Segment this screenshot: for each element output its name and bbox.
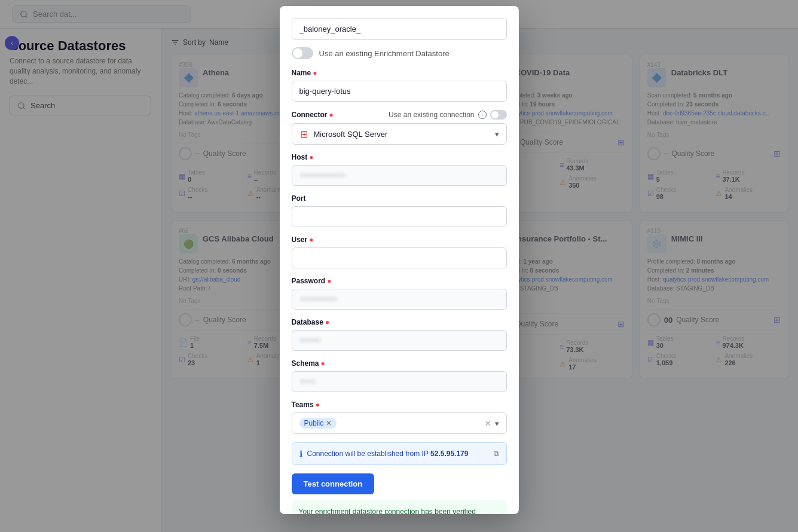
success-banner: Your enrichment datastore connection has… [292,500,507,514]
test-connection-button[interactable]: Test connection [292,473,375,494]
host-field-group: Host ● [292,153,507,186]
use-existing-connection: Use an existing connection i [389,110,506,120]
port-label: Port [292,194,507,203]
connector-select[interactable]: ⊞ Microsoft SQL Server ▾ [292,123,507,145]
teams-label: Teams ● [292,400,507,409]
user-label: User ● [292,236,507,244]
clear-teams-button[interactable]: ✕ [485,419,491,428]
user-input[interactable] [292,247,507,268]
required-indicator: ● [329,111,334,119]
database-field-group: Database ● [292,318,507,351]
required-indicator: ● [313,69,317,77]
password-field-group: Password ● [292,277,507,310]
database-input[interactable] [292,330,507,351]
name-field-group: Name ● [292,69,507,102]
ip-notice-text: Connection will be established from IP 5… [307,450,469,458]
main-page: Search dat... ‹ Source Datastores Connec… [0,0,798,532]
name-label: Name ● [292,69,507,77]
port-input[interactable] [292,206,507,227]
teams-field-group: Teams ● Public ✕ ✕ ▾ [292,400,507,434]
connector-label: Connector ● [292,111,334,119]
ip-notice: ℹ Connection will be established from IP… [292,442,507,465]
required-indicator: ● [321,359,325,368]
info-circle-icon: ℹ [299,449,302,458]
use-existing-toggle[interactable] [490,110,507,120]
toggle-knob [293,48,302,58]
schema-input[interactable] [292,371,507,392]
teams-arrow-icon: ▾ [495,419,499,428]
modal-dialog: Use an existing Enrichment Datastore Nam… [280,6,519,514]
required-indicator: ● [309,236,313,244]
password-label: Password ● [292,277,507,285]
host-input[interactable] [292,165,507,186]
schema-label: Schema ● [292,359,507,368]
schema-field-group: Schema ● [292,359,507,392]
database-label: Database ● [292,318,507,326]
name-input[interactable] [292,81,507,102]
port-field-group: Port [292,194,507,227]
datastore-name-top-input[interactable] [292,18,507,40]
host-label: Host ● [292,153,507,161]
required-indicator: ● [316,400,320,409]
public-team-badge: Public ✕ [299,418,337,429]
remove-team-badge[interactable]: ✕ [326,419,332,427]
enrichment-toggle-row: Use an existing Enrichment Datastore [292,47,507,59]
enrichment-toggle[interactable] [292,47,313,59]
toggle-knob [491,111,499,118]
connector-row: Connector ● Use an existing connection i [292,110,507,120]
success-message: Your enrichment datastore connection has… [299,507,476,514]
required-indicator: ● [309,153,313,161]
required-indicator: ● [325,318,329,326]
connector-value: Microsoft SQL Server [314,130,388,139]
modal-overlay: Use an existing Enrichment Datastore Nam… [0,0,798,532]
password-input[interactable] [292,289,507,310]
user-field-group: User ● [292,236,507,268]
ms-sql-icon: ⊞ [299,129,309,139]
connector-arrow: ▾ [495,130,499,139]
enrichment-toggle-label: Use an existing Enrichment Datastore [319,49,450,58]
required-indicator: ● [327,277,331,285]
info-icon: i [478,111,487,119]
teams-select[interactable]: Public ✕ ✕ ▾ [292,412,507,434]
copy-ip-button[interactable]: ⧉ [494,450,499,458]
